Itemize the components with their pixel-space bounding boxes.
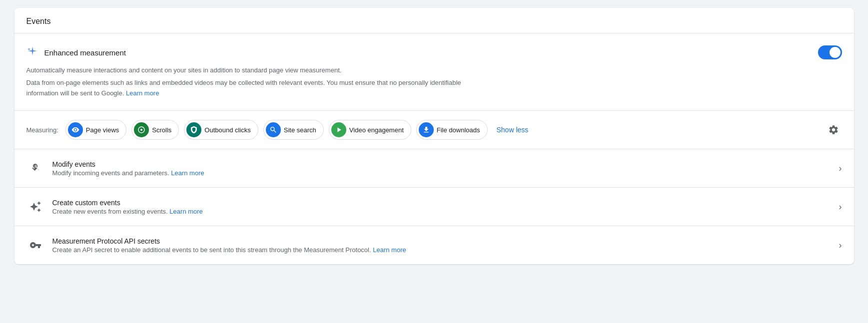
chip-site-search[interactable]: Site search [263,120,324,140]
chip-scrolls-label: Scrolls [152,126,171,134]
chip-outbound-clicks-label: Outbound clicks [204,126,251,134]
em-title: Enhanced measurement [44,48,126,57]
settings-gear-button[interactable] [825,121,842,138]
svg-point-0 [140,129,142,131]
measuring-row: Measuring: Page views Scrolls Outbound c… [14,111,854,149]
create-custom-events-chevron: › [839,202,842,212]
chip-file-downloads[interactable]: File downloads [416,120,488,140]
measurement-protocol-content: Measurement Protocol API secrets Create … [52,237,831,254]
chip-site-search-label: Site search [284,126,316,134]
modify-events-title: Modify events [52,160,831,168]
main-card: Events Enhanced measurement ✓ Au [14,8,854,264]
outbound-clicks-icon [186,122,201,137]
measurement-protocol-chevron: › [839,240,842,251]
chip-page-views[interactable]: Page views [65,120,126,140]
page-views-icon [68,122,83,137]
section-title: Events [26,17,51,25]
measurement-protocol-learn-more[interactable]: Learn more [373,246,406,254]
measurement-protocol-icon [26,236,44,254]
measuring-label: Measuring: [26,126,58,134]
section-header: Events [14,8,854,33]
create-custom-events-learn-more[interactable]: Learn more [169,208,202,215]
modify-events-desc: Modify incoming events and parameters. L… [52,169,831,177]
chip-outbound-clicks[interactable]: Outbound clicks [184,120,258,140]
modify-events-chevron: › [839,163,842,174]
chip-scrolls[interactable]: Scrolls [131,120,179,140]
em-header-left: Enhanced measurement [26,45,126,59]
create-custom-events-desc: Create new events from existing events. … [52,208,831,215]
gear-icon [828,124,839,135]
chip-file-downloads-label: File downloads [437,126,480,134]
sparkle-icon [26,45,38,59]
measurement-protocol-desc: Create an API secret to enable additiona… [52,246,831,254]
scrolls-icon [134,122,149,137]
file-downloads-icon [419,122,434,137]
chip-video-engagement-label: Video engagement [349,126,404,134]
create-custom-events-content: Create custom events Create new events f… [52,199,831,215]
measurement-protocol-title: Measurement Protocol API secrets [52,237,831,245]
modify-events-icon [26,159,44,177]
create-custom-events-title: Create custom events [52,199,831,207]
em-description-line1: Automatically measure interactions and c… [26,65,476,76]
chip-video-engagement[interactable]: Video engagement [329,120,411,140]
enhanced-measurement-toggle[interactable]: ✓ [818,45,842,59]
chip-page-views-label: Page views [86,126,119,134]
create-custom-events-icon [26,198,44,216]
em-description-line2: Data from on-page elements such as links… [26,78,476,99]
enhanced-measurement-section: Enhanced measurement ✓ Automatically mea… [14,33,854,111]
em-header: Enhanced measurement ✓ [26,45,842,59]
measurement-protocol-item[interactable]: Measurement Protocol API secrets Create … [14,226,854,264]
site-search-icon [266,122,281,137]
create-custom-events-item[interactable]: Create custom events Create new events f… [14,188,854,226]
modify-events-item[interactable]: Modify events Modify incoming events and… [14,149,854,188]
video-engagement-icon [331,122,346,137]
modify-events-content: Modify events Modify incoming events and… [52,160,831,177]
em-learn-more-link[interactable]: Learn more [126,89,159,97]
show-less-button[interactable]: Show less [493,124,533,136]
modify-events-learn-more[interactable]: Learn more [171,169,204,177]
